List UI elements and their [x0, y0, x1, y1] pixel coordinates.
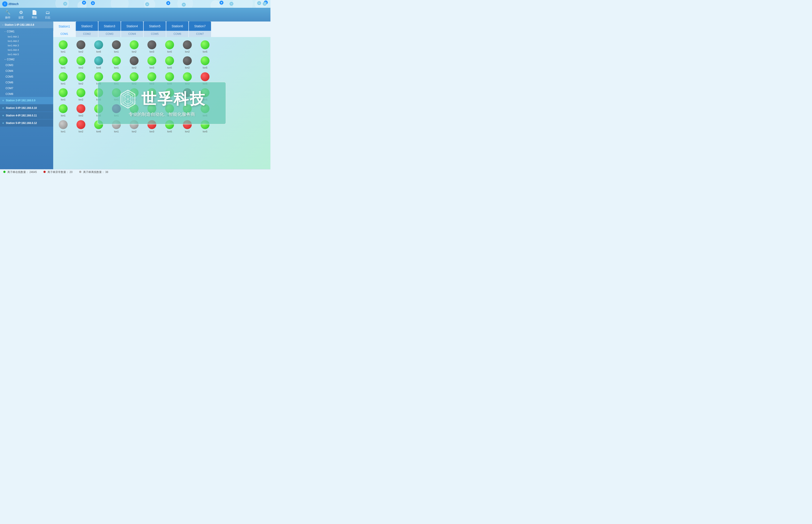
sidebar-station-3[interactable]: + Station 3-IP:192.168.0.10 — [0, 104, 53, 112]
zoom-plus-btn-small[interactable]: + — [82, 1, 86, 5]
ion-item-5-5[interactable]: Ion3 — [148, 120, 156, 133]
zoom-minus-btn-3[interactable]: − — [182, 3, 186, 7]
com-tab-1[interactable]: COM1 — [53, 31, 75, 37]
zoom-plus-btn-2[interactable]: + — [166, 1, 170, 5]
sidebar-station-5[interactable]: + Station 5-IP:192.168.0.12 — [0, 119, 53, 127]
ion-item-5-1[interactable]: Ion2 — [77, 120, 85, 133]
ion-item-0-1[interactable]: Ion2 — [77, 40, 85, 53]
ion-item-4-8[interactable]: Ion5 — [201, 104, 209, 117]
ion-item-4-1[interactable]: Ion2 — [77, 104, 85, 117]
ion-item-1-1[interactable]: Ion2 — [77, 56, 85, 69]
toolbar-settings[interactable]: ⚙ 设置 — [17, 10, 26, 19]
ion-item-5-7[interactable]: Ion2 — [183, 120, 192, 133]
ion-item-5-2[interactable]: Ion6 — [94, 120, 103, 133]
ion-item-2-3[interactable]: Ion1 — [112, 72, 121, 85]
sidebar-com5[interactable]: COM5 — [0, 74, 53, 80]
com-tab-7[interactable]: COM7 — [189, 31, 211, 37]
ion-item-3-3[interactable]: Ion1 — [112, 88, 121, 101]
ion-item-5-8[interactable]: Ion5 — [201, 120, 209, 133]
com-tab-2[interactable]: COM2 — [76, 31, 98, 37]
ion-item-4-5[interactable]: Ion3 — [148, 104, 156, 117]
ion-item-4-7[interactable]: Ion2 — [183, 104, 192, 117]
ion-item-2-1[interactable]: Ion2 — [77, 72, 85, 85]
ion-item-2-4[interactable]: Ion2 — [130, 72, 138, 85]
zoom-minus-btn-4[interactable]: − — [230, 2, 233, 6]
sidebar-com7[interactable]: COM7 — [0, 85, 53, 91]
ion-item-5-0[interactable]: Ion1 — [59, 120, 68, 133]
ion-item-3-2[interactable]: Ion6 — [94, 88, 103, 101]
ion-item-5-6[interactable]: Ion5 — [165, 120, 174, 133]
tab-station6[interactable]: Station6 — [166, 21, 188, 31]
ion-item-1-4[interactable]: Ion2 — [130, 56, 138, 69]
tab-station3[interactable]: Station3 — [98, 21, 121, 31]
ion-item-2-6[interactable]: Ion5 — [165, 72, 174, 85]
zoom-minus-btn-5[interactable]: − — [257, 1, 261, 5]
ion-item-1-2[interactable]: Ion6 — [94, 56, 103, 69]
tab-station7[interactable]: Station7 — [189, 21, 211, 31]
tab-station2[interactable]: Station2 — [76, 21, 98, 31]
toolbar-help[interactable]: 📄 帮助 — [30, 10, 39, 19]
com-tab-3[interactable]: COM3 — [98, 31, 121, 37]
ion-item-2-5[interactable]: Ion3 — [148, 72, 156, 85]
ion-item-0-3[interactable]: Ion1 — [112, 40, 121, 53]
ion-item-3-5[interactable]: Ion3 — [148, 88, 156, 101]
sidebar-com8[interactable]: COM8 — [0, 91, 53, 97]
sidebar-node-lon1adr3[interactable]: lon1-Adr.3 — [0, 43, 53, 48]
zoom-minus-btn-6[interactable]: − — [263, 2, 267, 6]
ion-item-1-0[interactable]: Ion1 — [59, 56, 68, 69]
ion-item-1-8[interactable]: Ion5 — [201, 56, 209, 69]
ion-item-0-7[interactable]: Ion2 — [183, 40, 192, 53]
ion-item-3-1[interactable]: Ion2 — [77, 88, 85, 101]
sidebar-station-2[interactable]: + Station 2-IP:192.168.0.9 — [0, 97, 53, 104]
sidebar-node-lon1adr1[interactable]: lon1-Adr.1 — [0, 34, 53, 39]
ion-item-1-5[interactable]: Ion3 — [148, 56, 156, 69]
ion-item-5-4[interactable]: Ion2 — [130, 120, 138, 133]
ion-item-1-3[interactable]: Ion1 — [112, 56, 121, 69]
tab-station5[interactable]: Station5 — [143, 21, 166, 31]
sidebar-com3[interactable]: COM3 — [0, 62, 53, 68]
ion-item-0-8[interactable]: Ion5 — [201, 40, 209, 53]
toolbar-log[interactable]: 🗂 日志 — [43, 10, 52, 19]
sidebar-com6[interactable]: COM6 — [0, 80, 53, 85]
tab-station1[interactable]: Station1 — [53, 21, 75, 31]
ion-item-3-8[interactable]: Ion5 — [201, 88, 209, 101]
sidebar-com2[interactable]: + COM2 — [0, 56, 53, 62]
sidebar-station-4[interactable]: + Station 4-IP:192.168.0.11 — [0, 112, 53, 119]
sidebar-station-1[interactable]: − Station 1-IP:192.168.0.8 — [0, 21, 53, 28]
com-tab-5[interactable]: COM5 — [143, 31, 166, 37]
toolbar-operate[interactable]: 🔧 操作 — [3, 10, 12, 19]
ion-item-3-4[interactable]: Ion2 — [130, 88, 138, 101]
zoom-plus-btn-3[interactable]: + — [219, 1, 223, 5]
ion-item-4-6[interactable]: Ion5 — [165, 104, 174, 117]
ion-item-0-5[interactable]: Ion3 — [148, 40, 156, 53]
ion-item-2-7[interactable]: Ion2 — [183, 72, 192, 85]
ion-item-2-0[interactable]: Ion1 — [59, 72, 68, 85]
zoom-plus-btn-4[interactable]: + — [264, 0, 268, 4]
sidebar-com1[interactable]: − COM1 — [0, 29, 53, 34]
sidebar-node-lon1adr5[interactable]: lon1-Adr.5 — [0, 52, 53, 56]
ion-item-1-7[interactable]: Ion2 — [183, 56, 192, 69]
zoom-minus-btn-2[interactable]: − — [145, 2, 149, 6]
ion-item-0-0[interactable]: Ion1 — [59, 40, 68, 53]
ion-item-4-0[interactable]: Ion1 — [59, 104, 68, 117]
sidebar-node-lon1adr4[interactable]: lon1-Adr.4 — [0, 48, 53, 52]
com-tab-4[interactable]: COM4 — [121, 31, 143, 37]
ion-item-3-0[interactable]: Ion1 — [59, 88, 68, 101]
ion-item-0-2[interactable]: Ion6 — [94, 40, 103, 53]
sidebar-node-lon1adr2[interactable]: lon1-Adr.2 — [0, 39, 53, 43]
ion-item-0-4[interactable]: Ion2 — [130, 40, 138, 53]
ion-item-0-6[interactable]: Ion5 — [165, 40, 174, 53]
zoom-minus-btn-1[interactable]: − — [63, 2, 67, 6]
com-tab-6[interactable]: COM6 — [166, 31, 188, 37]
sidebar-com4[interactable]: COM4 — [0, 68, 53, 74]
ion-item-4-2[interactable]: Ion6 — [94, 104, 103, 117]
ion-item-3-7[interactable]: Ion2 — [183, 88, 192, 101]
ion-item-3-6[interactable]: Ion5 — [165, 88, 174, 101]
ion-item-1-6[interactable]: Ion5 — [165, 56, 174, 69]
ion-item-5-3[interactable]: Ion1 — [112, 120, 121, 133]
ion-item-2-2[interactable]: Ion6 — [94, 72, 103, 85]
ion-item-4-4[interactable]: Ion2 — [130, 104, 138, 117]
ion-item-2-8[interactable]: Ion5 — [201, 72, 209, 85]
ion-item-4-3[interactable]: Ion1 — [112, 104, 121, 117]
zoom-plus-btn-1[interactable]: + — [91, 1, 95, 5]
